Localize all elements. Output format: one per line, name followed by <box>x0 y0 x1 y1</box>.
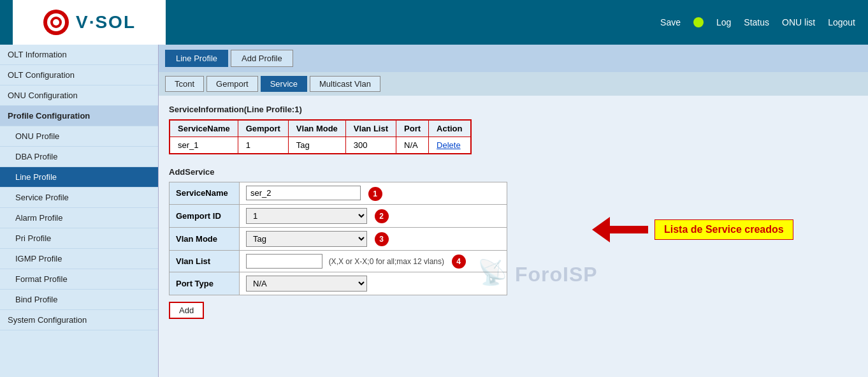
col-header-port: Port <box>396 120 429 137</box>
port-type-select[interactable]: N/A ETH VEIP <box>246 276 367 292</box>
layout: OLT Information OLT Configuration ONU Co… <box>0 45 868 377</box>
log-link[interactable]: Log <box>716 17 731 27</box>
vsol-logo-icon <box>43 9 69 36</box>
vlan-list-input[interactable] <box>246 254 322 269</box>
sidebar-item-onu-profile[interactable]: ONU Profile <box>0 126 158 147</box>
col-header-service-name: ServiceName <box>170 120 238 137</box>
content-area: ServiceInformation(Line Profile:1) Servi… <box>159 96 868 328</box>
badge-4: 4 <box>452 255 466 269</box>
cell-action: Delete <box>429 137 471 154</box>
badge-3: 3 <box>375 232 389 246</box>
table-row: ser_1 1 Tag 300 N/A Delete <box>170 137 471 154</box>
col-header-vlan-list: Vlan List <box>345 120 396 137</box>
tab-tcont[interactable]: Tcont <box>165 76 204 92</box>
main-content: Line Profile Add Profile Tcont Gemport S… <box>159 45 868 377</box>
form-cell-port-type: N/A ETH VEIP <box>240 272 507 295</box>
form-row-vlan-list: Vlan List (X,X or X-X;0 for all;max 12 v… <box>170 250 507 272</box>
col-header-action: Action <box>429 120 471 137</box>
tab-gemport[interactable]: Gemport <box>206 76 258 92</box>
add-service-form: ServiceName 1 Gemport ID 1 <box>169 182 507 295</box>
top-tab-bar: Line Profile Add Profile <box>159 45 868 72</box>
sidebar-item-onu-configuration[interactable]: ONU Configuration <box>0 85 158 106</box>
save-button[interactable]: Save <box>660 17 681 27</box>
form-row-gemport-id: Gemport ID 1 2 3 4 2 <box>170 204 507 227</box>
status-link[interactable]: Status <box>744 17 769 27</box>
sidebar-item-olt-information[interactable]: OLT Information <box>0 45 158 65</box>
arrow-head-icon <box>592 217 610 242</box>
sidebar-item-alarm-profile[interactable]: Alarm Profile <box>0 208 158 228</box>
sidebar-item-service-profile[interactable]: Service Profile <box>0 188 158 208</box>
tab-line-profile[interactable]: Line Profile <box>165 50 228 67</box>
sidebar-item-olt-configuration[interactable]: OLT Configuration <box>0 65 158 85</box>
sidebar-item-dba-profile[interactable]: DBA Profile <box>0 147 158 167</box>
cell-service-name: ser_1 <box>170 137 238 154</box>
logout-link[interactable]: Logout <box>828 17 855 27</box>
form-label-port-type: Port Type <box>170 272 240 295</box>
sidebar-item-line-profile[interactable]: Line Profile <box>0 167 158 188</box>
badge-1: 1 <box>368 187 382 201</box>
cell-vlan-list: 300 <box>345 137 396 154</box>
arrow-body <box>610 226 648 233</box>
second-tab-bar: Tcont Gemport Service Multicast Vlan <box>159 72 868 96</box>
badge-2: 2 <box>375 209 389 223</box>
vlan-mode-select[interactable]: Tag Transparent Translation <box>246 231 367 247</box>
form-cell-service-name: 1 <box>240 182 507 205</box>
service-name-input[interactable] <box>246 186 361 200</box>
delete-link[interactable]: Delete <box>437 140 461 150</box>
form-cell-vlan-list: (X,X or X-X;0 for all;max 12 vlans) 4 <box>240 250 507 272</box>
form-label-service-name: ServiceName <box>170 182 240 205</box>
form-row-port-type: Port Type N/A ETH VEIP <box>170 272 507 295</box>
sidebar-item-pri-profile[interactable]: Pri Profile <box>0 228 158 249</box>
status-indicator <box>693 17 704 27</box>
vlan-hint: (X,X or X-X;0 for all;max 12 vlans) <box>329 257 444 266</box>
cell-port: N/A <box>396 137 429 154</box>
form-label-gemport-id: Gemport ID <box>170 204 240 227</box>
cell-gemport: 1 <box>238 137 288 154</box>
form-cell-gemport-id: 1 2 3 4 2 <box>240 204 507 227</box>
onu-list-link[interactable]: ONU list <box>782 17 815 27</box>
annotation-area: Lista de Service creados <box>592 217 793 242</box>
sidebar-item-system-configuration[interactable]: System Configuration <box>0 310 158 330</box>
logo-text: V·SOL <box>76 12 136 33</box>
form-label-vlan-mode: Vlan Mode <box>170 227 240 250</box>
annotation-arrow <box>592 217 648 242</box>
watermark-text: ForoISP <box>515 263 598 286</box>
col-header-vlan-mode: Vlan Mode <box>288 120 345 137</box>
sidebar-item-profile-configuration: Profile Configuration <box>0 106 158 126</box>
form-cell-vlan-mode: Tag Transparent Translation 3 <box>240 227 507 250</box>
svg-point-3 <box>53 19 59 26</box>
service-info-title: ServiceInformation(Line Profile:1) <box>169 105 858 114</box>
logo-area: V·SOL <box>13 0 166 45</box>
add-button[interactable]: Add <box>169 302 204 319</box>
annotation-label: Lista de Service creados <box>655 219 793 240</box>
service-info-table: ServiceName Gemport Vlan Mode Vlan List … <box>169 119 472 154</box>
sidebar: OLT Information OLT Configuration ONU Co… <box>0 45 159 377</box>
form-label-vlan-list: Vlan List <box>170 250 240 272</box>
sidebar-item-bind-profile[interactable]: Bind Profile <box>0 290 158 310</box>
tab-service[interactable]: Service <box>261 76 307 92</box>
add-service-title: AddService <box>169 167 858 177</box>
form-row-vlan-mode: Vlan Mode Tag Transparent Translation 3 <box>170 227 507 250</box>
tab-add-profile[interactable]: Add Profile <box>231 50 293 67</box>
form-row-service-name: ServiceName 1 <box>170 182 507 205</box>
gemport-id-select[interactable]: 1 2 3 4 <box>246 208 367 224</box>
header: V·SOL Save Log Status ONU list Logout <box>0 0 868 45</box>
cell-vlan-mode: Tag <box>288 137 345 154</box>
col-header-gemport: Gemport <box>238 120 288 137</box>
sidebar-item-igmp-profile[interactable]: IGMP Profile <box>0 249 158 269</box>
header-right: Save Log Status ONU list Logout <box>660 17 855 27</box>
sidebar-item-format-profile[interactable]: Format Profile <box>0 269 158 290</box>
tab-multicast-vlan[interactable]: Multicast Vlan <box>310 76 380 92</box>
